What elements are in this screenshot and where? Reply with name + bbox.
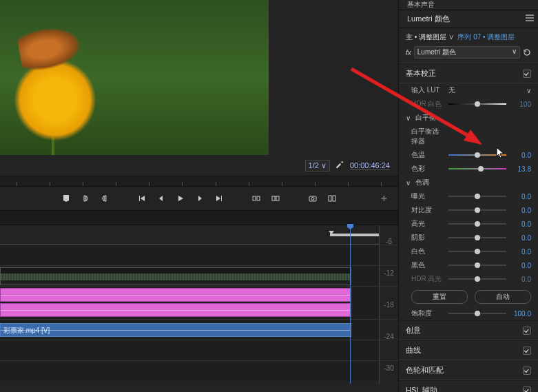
shadows-slider[interactable] (448, 234, 506, 242)
tone-label: 色调 (415, 178, 429, 187)
step-back-icon[interactable] (156, 194, 166, 203)
reset-icon[interactable] (523, 48, 531, 56)
section-checkbox[interactable] (523, 367, 531, 375)
essential-sound-tab[interactable]: 基本声音 (399, 0, 538, 10)
add-marker-icon[interactable] (61, 194, 71, 203)
go-to-in-icon[interactable] (137, 194, 147, 203)
source-row: 主 • 调整图层 ∨ 序列 07 • 调整图层 (399, 28, 538, 45)
comparison-view-icon[interactable] (327, 194, 337, 203)
creative-section[interactable]: 创意 (399, 320, 538, 340)
eyedropper-icon[interactable] (448, 132, 457, 141)
mark-out-icon[interactable] (100, 194, 110, 203)
lumetri-title[interactable]: Lumetri 颜色 (399, 10, 538, 28)
program-monitor (0, 0, 269, 155)
hdr-white-slider (448, 100, 506, 108)
whites-slider[interactable] (448, 247, 506, 256)
lumetri-panel: 基本声音 Lumetri 颜色 主 • 调整图层 ∨ 序列 07 • 调整图层 … (398, 0, 538, 392)
export-frame-icon[interactable] (308, 194, 318, 203)
basic-correction-section[interactable]: 基本校正 (399, 63, 538, 83)
svg-rect-2 (272, 196, 279, 200)
video-clip[interactable]: 彩票家.mp4 [V] (0, 323, 351, 337)
section-checkbox[interactable] (523, 347, 531, 355)
lift-icon[interactable] (251, 194, 261, 203)
temperature-value[interactable]: 0.0 (510, 152, 531, 159)
section-checkbox[interactable] (523, 327, 531, 335)
hdr-highlight-slider (448, 275, 506, 283)
auto-button[interactable]: 自动 (475, 290, 531, 304)
track[interactable] (0, 245, 398, 265)
track[interactable] (0, 286, 398, 319)
track[interactable]: 彩票家.mp4 [V] (0, 319, 398, 340)
fx-badge[interactable]: fx (406, 49, 411, 56)
timeline-panel[interactable]: -6 -12 -18 -24 -30 彩票家.mp4 [V] (0, 225, 398, 381)
panel-menu-icon[interactable] (526, 14, 534, 21)
zoom-value: 1/2 (309, 161, 319, 169)
timecode[interactable]: 00:00:46:24 (350, 161, 390, 169)
svg-point-4 (311, 198, 314, 200)
input-lut-dropdown[interactable]: 无 (448, 85, 522, 95)
svg-rect-1 (257, 196, 260, 200)
saturation-slider[interactable] (448, 309, 506, 318)
button-editor-icon[interactable]: + (381, 192, 387, 205)
svg-rect-0 (253, 196, 256, 200)
svg-rect-5 (329, 196, 331, 201)
white-balance-label: 白平衡 (415, 113, 436, 123)
chevron-down-icon[interactable]: ∨ (406, 179, 411, 187)
svg-rect-6 (333, 196, 335, 201)
settings-icon[interactable] (335, 161, 344, 171)
chevron-down-icon[interactable]: ∨ (526, 87, 531, 94)
playhead[interactable] (350, 225, 351, 384)
panel-divider (0, 210, 398, 225)
color-wheels-section[interactable]: 色轮和匹配 (399, 360, 538, 380)
play-icon[interactable] (176, 194, 185, 203)
track[interactable] (0, 360, 398, 381)
section-checkbox[interactable] (523, 70, 531, 78)
section-checkbox[interactable] (523, 386, 531, 393)
track[interactable] (0, 265, 398, 286)
chevron-down-icon[interactable]: ∨ (406, 114, 411, 122)
zoom-dropdown[interactable]: 1/2 ∨ (305, 160, 330, 172)
blacks-slider[interactable] (448, 261, 506, 269)
time-ruler[interactable] (0, 176, 398, 187)
audio-clip[interactable] (0, 267, 351, 285)
highlights-slider[interactable] (448, 220, 506, 228)
extract-icon[interactable] (271, 194, 280, 203)
clip-magenta[interactable] (0, 288, 351, 302)
tint-value[interactable]: 13.8 (510, 165, 531, 173)
reset-button[interactable]: 重置 (411, 290, 468, 304)
step-fwd-icon[interactable] (195, 194, 205, 203)
mark-in-icon[interactable] (81, 194, 90, 203)
preview-controls: 1/2 ∨ 00:00:46:24 (0, 155, 398, 176)
transport-bar: + (0, 187, 398, 210)
track[interactable] (0, 340, 398, 360)
effect-dropdown[interactable]: Lumetri 颜色∨ (414, 46, 520, 59)
exposure-slider[interactable] (448, 192, 506, 200)
go-to-out-icon[interactable] (214, 194, 224, 203)
curves-section[interactable]: 曲线 (399, 340, 538, 360)
input-lut-label: 输入 LUT (411, 85, 444, 95)
contrast-slider[interactable] (448, 206, 506, 214)
tint-slider[interactable] (448, 165, 506, 173)
clip-magenta[interactable] (0, 303, 351, 317)
temperature-slider[interactable] (448, 151, 506, 159)
hsl-section[interactable]: HSL 辅助 (399, 380, 538, 392)
